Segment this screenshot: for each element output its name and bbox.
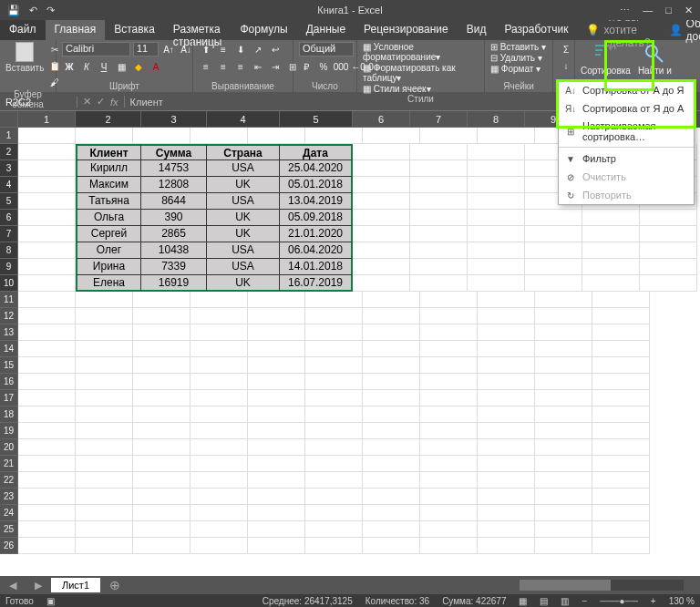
menu-filter[interactable]: ▼Фильтр [559, 149, 694, 168]
cell[interactable] [363, 292, 420, 308]
cell[interactable] [305, 472, 363, 489]
cell[interactable] [190, 292, 248, 308]
cell[interactable] [410, 242, 468, 259]
cell[interactable]: 390 [141, 210, 207, 226]
format-cells-button[interactable]: ▦ Формат ▾ [490, 64, 546, 74]
cell[interactable]: Олег [76, 242, 141, 259]
cell[interactable] [76, 456, 133, 472]
align-center-icon[interactable]: ≡ [216, 59, 231, 74]
cell[interactable] [363, 374, 420, 390]
col-header[interactable]: 1 [18, 111, 76, 128]
cell[interactable] [525, 275, 582, 292]
cell[interactable]: Сумма [141, 144, 207, 160]
cell[interactable] [76, 128, 133, 144]
row-header[interactable]: 9 [0, 259, 18, 275]
cell[interactable]: 06.04.2020 [280, 242, 353, 259]
decrease-font-icon[interactable]: A↓ [179, 42, 193, 57]
cell[interactable] [248, 456, 305, 472]
cell[interactable] [535, 472, 592, 489]
cell[interactable] [363, 505, 420, 521]
cell[interactable] [535, 456, 592, 472]
cell[interactable] [478, 439, 535, 456]
zoom-slider[interactable]: ───●── [600, 596, 637, 606]
cell[interactable] [353, 275, 410, 292]
cell[interactable] [640, 242, 697, 259]
cell[interactable] [248, 472, 305, 489]
cell[interactable]: UK [207, 177, 280, 193]
tab-data[interactable]: Данные [297, 20, 355, 40]
cell[interactable] [133, 505, 190, 521]
cell[interactable] [468, 193, 525, 210]
cell[interactable] [363, 521, 420, 538]
cell[interactable] [248, 357, 305, 374]
cell[interactable] [535, 341, 592, 357]
cell[interactable] [305, 292, 363, 308]
cell[interactable]: Кирилл [76, 160, 141, 177]
cell[interactable] [133, 357, 190, 374]
format-table-button[interactable]: ▦ Форматировать как таблицу▾ [363, 63, 479, 83]
sheet-nav-prev[interactable]: ◀ [0, 580, 26, 592]
orientation-icon[interactable]: ↗ [251, 42, 265, 57]
cell[interactable] [363, 489, 420, 505]
cell[interactable] [76, 406, 133, 423]
cell[interactable] [248, 538, 305, 554]
row-header[interactable]: 8 [0, 242, 18, 259]
cell[interactable] [420, 374, 478, 390]
cell[interactable] [18, 456, 76, 472]
cell[interactable] [18, 374, 76, 390]
cell[interactable]: Дата [280, 144, 353, 160]
cell[interactable] [190, 324, 248, 341]
row-header[interactable]: 15 [0, 357, 18, 374]
cell[interactable]: UK [207, 210, 280, 226]
cell[interactable] [478, 472, 535, 489]
menu-clear[interactable]: ⊘Очистить [559, 168, 694, 186]
col-header[interactable]: 2 [76, 111, 141, 128]
cell[interactable]: Елена [76, 275, 141, 292]
cell[interactable] [76, 308, 133, 324]
cell[interactable] [363, 472, 420, 489]
cell[interactable] [76, 374, 133, 390]
cell[interactable] [76, 472, 133, 489]
cell[interactable] [640, 275, 697, 292]
cell[interactable] [248, 423, 305, 439]
cell[interactable] [592, 390, 650, 406]
cell[interactable] [18, 292, 76, 308]
cell[interactable] [18, 308, 76, 324]
cell[interactable]: Ирина [76, 259, 141, 275]
cell[interactable] [18, 242, 76, 259]
select-all-corner[interactable] [0, 111, 18, 128]
cell[interactable] [248, 505, 305, 521]
cell[interactable]: 2865 [141, 226, 207, 242]
cell[interactable] [478, 456, 535, 472]
zoom-level[interactable]: 130 % [669, 596, 695, 606]
cell[interactable] [18, 341, 76, 357]
cell[interactable] [592, 538, 650, 554]
cell[interactable] [592, 456, 650, 472]
cell[interactable] [76, 505, 133, 521]
cell[interactable] [420, 128, 478, 144]
cell[interactable] [535, 390, 592, 406]
cell[interactable]: 10438 [141, 242, 207, 259]
row-header[interactable]: 1 [0, 128, 18, 144]
cell[interactable] [478, 406, 535, 423]
align-bottom-icon[interactable]: ⬇ [233, 42, 248, 57]
cell[interactable] [190, 505, 248, 521]
cell[interactable] [535, 357, 592, 374]
wrap-text-icon[interactable]: ↩ [268, 42, 283, 57]
zoom-out-icon[interactable]: − [582, 596, 587, 606]
font-size-select[interactable]: 11 [133, 42, 159, 57]
cell[interactable]: 05.01.2018 [280, 177, 353, 193]
paste-button[interactable]: Вставить [5, 42, 44, 74]
find-select-button[interactable]: Найти и [638, 42, 672, 76]
cell[interactable] [420, 521, 478, 538]
cell[interactable] [248, 308, 305, 324]
cell[interactable] [582, 275, 640, 292]
cell[interactable] [248, 390, 305, 406]
fx-icon[interactable]: fx [110, 97, 118, 108]
cell[interactable] [363, 128, 420, 144]
row-header[interactable]: 7 [0, 226, 18, 242]
autosum-icon[interactable]: Σ [559, 42, 573, 57]
cell[interactable] [478, 357, 535, 374]
horizontal-scrollbar[interactable] [520, 580, 684, 591]
indent-inc-icon[interactable]: ⇥ [268, 59, 283, 74]
